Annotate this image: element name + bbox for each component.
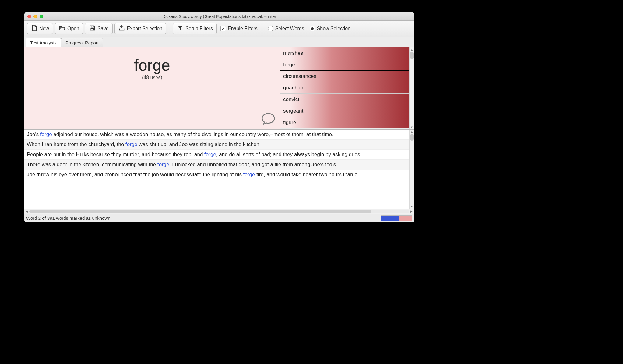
highlighted-word: forge xyxy=(40,131,52,137)
sentence-text: , and do all sorts of bad; and they alwa… xyxy=(216,152,360,157)
tabs-row: Text Analysis Progress Report xyxy=(24,37,414,47)
export-selection-button[interactable]: Export Selection xyxy=(114,23,167,34)
setup-filters-button[interactable]: Setup Filters xyxy=(173,23,217,34)
scroll-up-arrow-icon[interactable]: ▲ xyxy=(410,130,414,134)
enable-filters-checkbox[interactable]: Enable Filters xyxy=(219,25,259,33)
tab-progress-report[interactable]: Progress Report xyxy=(61,38,103,47)
scrollbar-thumb[interactable] xyxy=(410,134,414,141)
scrollbar-track[interactable] xyxy=(29,210,409,213)
highlighted-word: forge xyxy=(204,152,216,157)
sentence-row[interactable]: There was a door in the kitchen, communi… xyxy=(24,160,409,170)
status-text: Word 2 of 391 words marked as unknown xyxy=(26,215,111,221)
highlighted-word: forge xyxy=(125,142,137,147)
app-window: Dickens Study.wordy (Great Expectations.… xyxy=(24,12,414,222)
current-word-uses: (48 uses) xyxy=(142,75,162,80)
folder-open-icon xyxy=(59,25,65,33)
minimize-window-button[interactable] xyxy=(33,15,37,18)
export-button-label: Export Selection xyxy=(127,26,163,31)
scroll-down-arrow-icon[interactable]: ▼ xyxy=(410,205,414,209)
save-button-label: Save xyxy=(97,26,108,31)
scroll-left-arrow-icon[interactable]: ◀ xyxy=(24,210,29,213)
progress-unknown-segment xyxy=(399,216,412,221)
show-selection-radio[interactable]: Show Selection xyxy=(308,25,352,33)
scroll-right-arrow-icon[interactable]: ▶ xyxy=(409,210,414,213)
sentence-row[interactable]: When I ran home from the churchyard, the… xyxy=(24,140,409,150)
progress-known-segment xyxy=(381,216,399,221)
sentences-list: Joe's forge adjoined our house, which wa… xyxy=(24,130,409,209)
highlighted-word: forge xyxy=(243,172,255,177)
sentence-text: fire, and would take nearer two hours th… xyxy=(255,172,357,177)
enable-filters-label: Enable Filters xyxy=(228,26,258,31)
sentence-text: Joe's xyxy=(27,131,40,137)
sentence-text: Joe threw his eye over them, and pronoun… xyxy=(27,172,243,177)
scrollbar-thumb[interactable] xyxy=(410,52,414,59)
setup-filters-label: Setup Filters xyxy=(185,26,213,31)
radio-icon xyxy=(268,26,273,31)
open-button[interactable]: Open xyxy=(55,23,83,34)
select-words-radio[interactable]: Select Words xyxy=(266,25,306,33)
save-button[interactable]: Save xyxy=(85,23,112,34)
scroll-up-arrow-icon[interactable]: ▲ xyxy=(410,47,414,52)
sentence-text: ; I unlocked and unbolted that door, and… xyxy=(169,162,337,167)
sentence-row[interactable]: Joe threw his eye over them, and pronoun… xyxy=(24,170,409,180)
sentence-row[interactable]: Joe's forge adjoined our house, which wa… xyxy=(24,130,409,140)
wordlist-item[interactable]: figure xyxy=(280,117,409,128)
scroll-down-arrow-icon[interactable]: ▼ xyxy=(410,125,414,129)
sentence-text: adjoined our house, which was a wooden h… xyxy=(52,131,333,137)
current-word: forge xyxy=(134,56,170,74)
traffic-lights xyxy=(24,15,43,18)
new-button[interactable]: New xyxy=(27,23,53,34)
wordlist-scrollbar[interactable]: ▲ ▼ xyxy=(409,47,414,129)
sentences-panel: Joe's forge adjoined our house, which wa… xyxy=(24,129,414,209)
wordlist-item[interactable]: marshes xyxy=(280,47,409,59)
save-icon xyxy=(89,25,96,33)
word-detail-pane: forge (48 uses) xyxy=(24,47,280,129)
sentences-scrollbar[interactable]: ▲ ▼ xyxy=(409,130,414,209)
horizontal-scrollbar[interactable]: ◀ ▶ xyxy=(24,209,414,214)
wordlist-item[interactable]: sergeant xyxy=(280,105,409,117)
toolbar: New Open Save Export Selection Setup xyxy=(24,21,414,37)
filter-icon xyxy=(177,25,184,33)
tab-text-analysis[interactable]: Text Analysis xyxy=(26,38,61,47)
content-area: forge (48 uses) marshesforgecircumstance… xyxy=(24,47,414,222)
select-words-label: Select Words xyxy=(275,26,304,31)
note-icon[interactable] xyxy=(261,112,276,126)
radio-icon xyxy=(310,26,315,31)
new-button-label: New xyxy=(39,26,49,31)
wordlist: marshesforgecircumstancesguardianconvict… xyxy=(280,47,409,129)
close-window-button[interactable] xyxy=(27,15,31,18)
wordlist-panel: marshesforgecircumstancesguardianconvict… xyxy=(280,47,414,129)
sentence-text: When I ran home from the churchyard, the xyxy=(27,142,125,147)
wordlist-item[interactable]: circumstances xyxy=(280,71,409,82)
checkbox-icon xyxy=(220,26,226,31)
wordlist-item[interactable]: forge xyxy=(280,59,409,71)
statusbar: Word 2 of 391 words marked as unknown xyxy=(24,214,414,222)
open-button-label: Open xyxy=(67,26,79,31)
scrollbar-thumb[interactable] xyxy=(29,210,371,213)
sentence-text: was shut up, and Joe was sitting alone i… xyxy=(137,142,261,147)
zoom-window-button[interactable] xyxy=(40,15,43,18)
progress-bar xyxy=(381,215,412,221)
show-selection-label: Show Selection xyxy=(317,26,350,31)
wordlist-item[interactable]: convict xyxy=(280,94,409,105)
new-file-icon xyxy=(31,25,37,33)
window-title: Dickens Study.wordy (Great Expectations.… xyxy=(24,14,414,19)
highlighted-word: forge xyxy=(157,162,169,167)
wordlist-item[interactable]: guardian xyxy=(280,82,409,94)
titlebar: Dickens Study.wordy (Great Expectations.… xyxy=(24,12,414,21)
export-icon xyxy=(118,25,125,33)
sentence-text: People are put in the Hulks because they… xyxy=(27,152,204,157)
sentence-row[interactable]: People are put in the Hulks because they… xyxy=(24,150,409,160)
upper-panes: forge (48 uses) marshesforgecircumstance… xyxy=(24,47,414,129)
sentence-text: There was a door in the kitchen, communi… xyxy=(27,162,157,167)
